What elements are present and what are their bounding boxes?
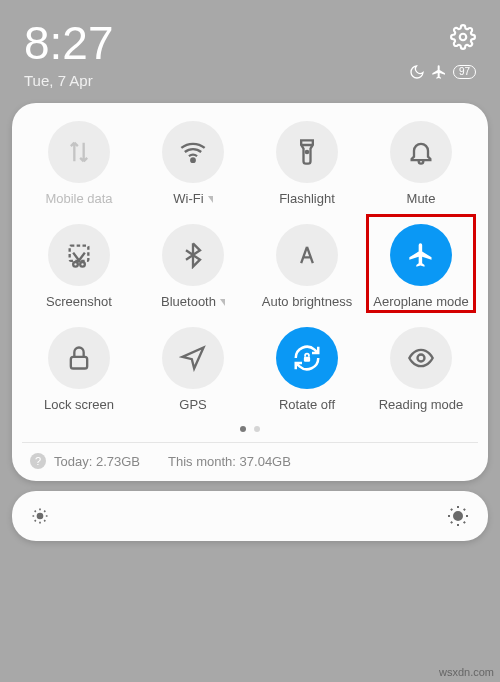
dot-inactive — [254, 426, 260, 432]
svg-rect-7 — [304, 357, 310, 362]
tile-label: Bluetooth — [161, 294, 225, 309]
battery-indicator: 97 — [453, 65, 476, 79]
tile-auto-brightness[interactable]: Auto brightness — [250, 224, 364, 309]
status-header: 8:27 Tue, 7 Apr 97 — [0, 0, 500, 99]
clock-time: 8:27 — [24, 20, 114, 66]
page-indicator — [22, 426, 478, 432]
airplane-status-icon — [431, 64, 447, 80]
brightness-low-icon — [30, 506, 50, 526]
brightness-slider[interactable] — [12, 491, 488, 541]
tile-wifi[interactable]: Wi-Fi — [136, 121, 250, 206]
tile-label: Rotate off — [279, 397, 335, 412]
tile-flashlight[interactable]: Flashlight — [250, 121, 364, 206]
svg-point-0 — [460, 34, 467, 41]
tile-label: GPS — [179, 397, 206, 412]
dot-active — [240, 426, 246, 432]
tile-label: Mobile data — [45, 191, 112, 206]
svg-point-4 — [73, 262, 78, 267]
chevron-down-icon — [220, 299, 225, 306]
svg-point-8 — [418, 355, 425, 362]
settings-icon[interactable] — [450, 24, 476, 50]
svg-point-2 — [306, 151, 308, 153]
tile-label: Reading mode — [379, 397, 464, 412]
bell-icon — [390, 121, 452, 183]
lock-icon — [48, 327, 110, 389]
rotate-lock-icon — [276, 327, 338, 389]
tile-label: Auto brightness — [262, 294, 352, 309]
svg-rect-6 — [71, 357, 87, 369]
data-today: Today: 2.73GB — [54, 454, 140, 469]
tile-label: Lock screen — [44, 397, 114, 412]
auto-brightness-icon — [276, 224, 338, 286]
svg-point-1 — [191, 158, 195, 162]
data-usage-bar[interactable]: ? Today: 2.73GB This month: 37.04GB — [22, 442, 478, 469]
tile-mobile-data[interactable]: Mobile data — [22, 121, 136, 206]
tile-lock-screen[interactable]: Lock screen — [22, 327, 136, 412]
chevron-down-icon — [208, 196, 213, 203]
clock-date: Tue, 7 Apr — [24, 72, 114, 89]
svg-point-10 — [454, 512, 462, 520]
status-bar-icons: 97 — [409, 64, 476, 80]
svg-point-9 — [38, 514, 43, 519]
wifi-icon — [162, 121, 224, 183]
brightness-high-icon — [446, 504, 470, 528]
tile-mute[interactable]: Mute — [364, 121, 478, 206]
tile-label: Flashlight — [279, 191, 335, 206]
tile-label: Screenshot — [46, 294, 112, 309]
tile-aeroplane-mode[interactable]: Aeroplane mode — [364, 224, 478, 309]
tile-label: Mute — [407, 191, 436, 206]
header-right: 97 — [409, 20, 476, 80]
tile-screenshot[interactable]: Screenshot — [22, 224, 136, 309]
tile-gps[interactable]: GPS — [136, 327, 250, 412]
tile-rotate-off[interactable]: Rotate off — [250, 327, 364, 412]
dnd-icon — [409, 64, 425, 80]
data-month: This month: 37.04GB — [168, 454, 291, 469]
info-icon: ? — [30, 453, 46, 469]
svg-point-5 — [80, 262, 85, 267]
bluetooth-icon — [162, 224, 224, 286]
tile-reading-mode[interactable]: Reading mode — [364, 327, 478, 412]
tile-label: Aeroplane mode — [373, 294, 468, 309]
airplane-icon — [390, 224, 452, 286]
tile-bluetooth[interactable]: Bluetooth — [136, 224, 250, 309]
time-block: 8:27 Tue, 7 Apr — [24, 20, 114, 89]
tiles-grid: Mobile data Wi-Fi Flashlight Mute Screen — [22, 121, 478, 412]
flashlight-icon — [276, 121, 338, 183]
scissors-icon — [48, 224, 110, 286]
source-watermark: wsxdn.com — [439, 666, 494, 678]
quick-settings-panel: Mobile data Wi-Fi Flashlight Mute Screen — [12, 103, 488, 481]
location-icon — [162, 327, 224, 389]
eye-icon — [390, 327, 452, 389]
mobile-data-icon — [48, 121, 110, 183]
tile-label: Wi-Fi — [173, 191, 212, 206]
